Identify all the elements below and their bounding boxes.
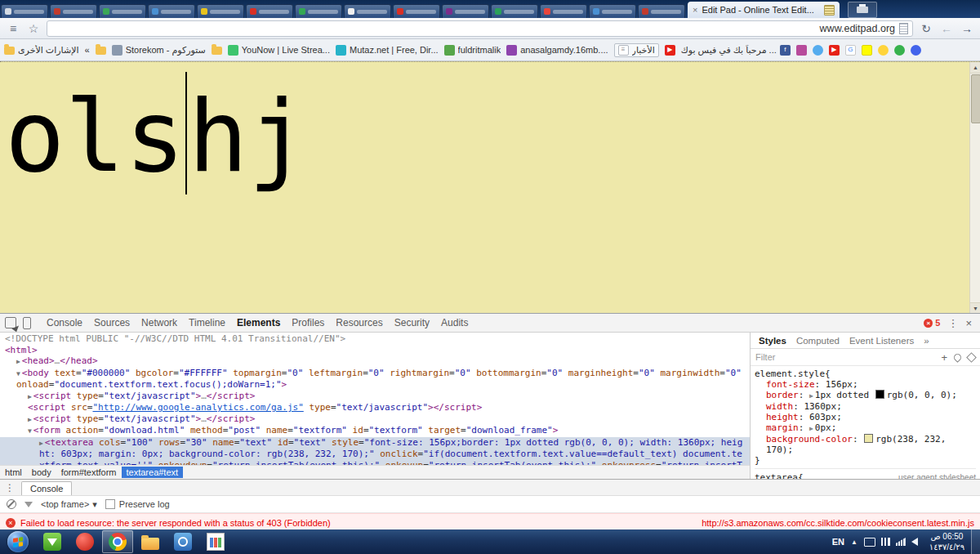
devtools-tab-sources[interactable]: Sources <box>88 314 136 332</box>
bookmark-item[interactable]: ▶ <box>829 45 840 56</box>
css-property[interactable]: width: 1360px; <box>755 401 976 412</box>
device-mode-icon[interactable] <box>23 317 31 329</box>
css-selector[interactable]: textarea <box>755 472 798 479</box>
css-property[interactable]: height: 603px; <box>755 412 976 422</box>
address-bar[interactable]: www.editpad.org <box>47 20 913 37</box>
browser-tab[interactable] <box>638 4 685 18</box>
chart-icon[interactable] <box>881 538 890 546</box>
bookmark-item[interactable] <box>212 45 222 55</box>
browser-tab[interactable] <box>393 4 440 18</box>
spreadsheet-taskbar-button[interactable] <box>200 530 231 553</box>
scroll-up-arrow-icon[interactable]: ▲ <box>970 62 980 74</box>
forward-icon[interactable]: ← <box>939 23 954 34</box>
volume-icon[interactable] <box>911 538 918 546</box>
bookmark-item[interactable]: الإشارات الأخرى <box>4 45 79 56</box>
bookmark-item[interactable]: ▶ <box>665 45 675 56</box>
browser-tab[interactable] <box>1 4 48 18</box>
drawer-menu-icon[interactable]: ⋮ <box>5 482 15 494</box>
disclosure-arrow-icon[interactable]: ▶ <box>28 393 32 400</box>
bookmark-item[interactable] <box>862 45 872 56</box>
clear-console-icon[interactable] <box>7 499 16 509</box>
show-desktop-button[interactable] <box>971 529 980 554</box>
styles-tab-computed[interactable]: Computed <box>792 336 844 346</box>
styles-tab-styles[interactable]: Styles <box>755 336 791 346</box>
console-error-row[interactable]: Failed to load resource: the server resp… <box>0 513 980 531</box>
expand-arrow-icon[interactable]: ▶ <box>809 425 813 432</box>
css-property[interactable]: font-size: 156px; <box>755 379 976 390</box>
disclosure-arrow-icon[interactable]: ▼ <box>16 370 20 378</box>
browser-tab[interactable] <box>197 4 244 18</box>
start-button[interactable] <box>7 531 29 552</box>
error-count-badge[interactable]: 5 <box>924 318 940 328</box>
disclosure-arrow-icon[interactable]: ▶ <box>28 416 32 423</box>
back-icon[interactable]: → <box>960 23 974 34</box>
dom-node-line[interactable]: <html> <box>0 345 750 356</box>
breadcrumb-textareatext[interactable]: textarea#text <box>122 467 184 478</box>
bookmark-item[interactable]: fمرحباً بك في فيس بوك ... <box>681 45 791 56</box>
bookmark-item[interactable]: anasalgamdy.16mb.... <box>506 45 608 56</box>
browser-tab[interactable] <box>491 4 538 18</box>
preserve-log-checkbox[interactable] <box>105 499 115 509</box>
disclosure-arrow-icon[interactable]: ▼ <box>28 427 32 435</box>
styles-filter-input[interactable]: Filter <box>755 352 934 362</box>
bookmark-item[interactable] <box>894 45 905 56</box>
signal-icon[interactable] <box>896 538 906 546</box>
filter-icon[interactable] <box>24 502 33 507</box>
browser-tab[interactable] <box>442 4 489 18</box>
active-tab[interactable]: × Edit Pad - Online Text Edit... <box>688 2 840 18</box>
browser-tab[interactable] <box>540 4 587 18</box>
monitor-icon[interactable] <box>864 538 875 547</box>
devtools-tab-elements[interactable]: Elements <box>231 314 286 332</box>
bookmark-item[interactable]: « <box>85 45 90 55</box>
console-error-source-link[interactable]: http://s3.amazonaws.com/cc.silktide.com/… <box>702 518 974 528</box>
element-state-icon[interactable] <box>966 352 977 363</box>
scroll-down-arrow-icon[interactable]: ▼ <box>970 302 980 314</box>
taskbar-clock[interactable]: 06:50 ص ١٤٣٧/٤/٢٩ <box>923 531 971 553</box>
devtools-tab-network[interactable]: Network <box>136 314 183 332</box>
devtools-tab-profiles[interactable]: Profiles <box>286 314 330 332</box>
scrollbar-thumb[interactable] <box>971 74 980 123</box>
dom-node-line[interactable]: ▶<textarea cols="100" rows="30" name="te… <box>0 437 750 466</box>
new-style-rule-icon[interactable]: + <box>941 352 947 363</box>
menu-icon[interactable]: ≡ <box>6 23 20 34</box>
bookmark-item[interactable]: fuldritmalik <box>444 45 501 56</box>
dom-node-line[interactable]: ▶<head>…</head> <box>0 355 750 368</box>
dom-node-line[interactable]: ▼<form action="download.html" method="po… <box>0 425 750 437</box>
browser-tab[interactable] <box>589 4 636 18</box>
dom-node-line[interactable]: ▶<script type="text/javascript">…</scrip… <box>0 391 750 403</box>
devtools-tab-console[interactable]: Console <box>41 314 88 332</box>
frame-selector[interactable]: <top frame> ▾ <box>41 499 97 510</box>
pin-icon[interactable] <box>952 352 963 363</box>
browser-tab[interactable] <box>99 4 146 18</box>
disclosure-arrow-icon[interactable]: ▶ <box>16 358 20 365</box>
css-property[interactable]: margin: ▶0px; <box>755 422 976 434</box>
devtools-menu-icon[interactable]: ⋮ <box>947 318 958 328</box>
bookmark-item[interactable] <box>813 45 823 56</box>
bookmark-item[interactable]: Mutaz.net | Free, Dir... <box>336 45 439 56</box>
color-swatch[interactable] <box>864 434 873 443</box>
devtools-tab-security[interactable]: Security <box>389 314 435 332</box>
idm-taskbar-button[interactable] <box>37 530 68 553</box>
red-browser-taskbar-button[interactable] <box>69 530 100 553</box>
explorer-taskbar-button[interactable] <box>135 530 166 553</box>
color-swatch[interactable] <box>875 390 884 399</box>
tab-close-icon[interactable]: × <box>693 6 697 15</box>
bookmark-item[interactable] <box>878 45 889 56</box>
devtools-tab-timeline[interactable]: Timeline <box>183 314 231 332</box>
css-selector[interactable]: element.style <box>755 369 825 379</box>
inspect-element-icon[interactable] <box>5 317 16 328</box>
styles-tab-eventlisteners[interactable]: Event Listeners <box>845 336 918 346</box>
bookmark-star-icon[interactable]: ☆ <box>26 23 41 34</box>
bookmark-item[interactable] <box>796 45 807 56</box>
bookmark-item[interactable] <box>911 45 921 56</box>
browser-tab[interactable] <box>50 4 97 18</box>
browser-tab[interactable] <box>148 4 195 18</box>
css-property[interactable]: border: ▶1px dotted rgb(0, 0, 0); <box>755 390 976 401</box>
dom-node-line[interactable]: <script src="http://www.google-analytics… <box>0 402 750 413</box>
browser-tab[interactable] <box>295 4 342 18</box>
devtools-tab-resources[interactable]: Resources <box>330 314 388 332</box>
preserve-log-option[interactable]: Preserve log <box>105 499 170 509</box>
css-property[interactable]: background-color: rgb(238, 232, 170); <box>755 434 976 455</box>
bookmark-item[interactable]: Storekom - ستوركوم <box>112 45 206 56</box>
page-scrollbar[interactable]: ▲ ▼ <box>969 62 980 314</box>
